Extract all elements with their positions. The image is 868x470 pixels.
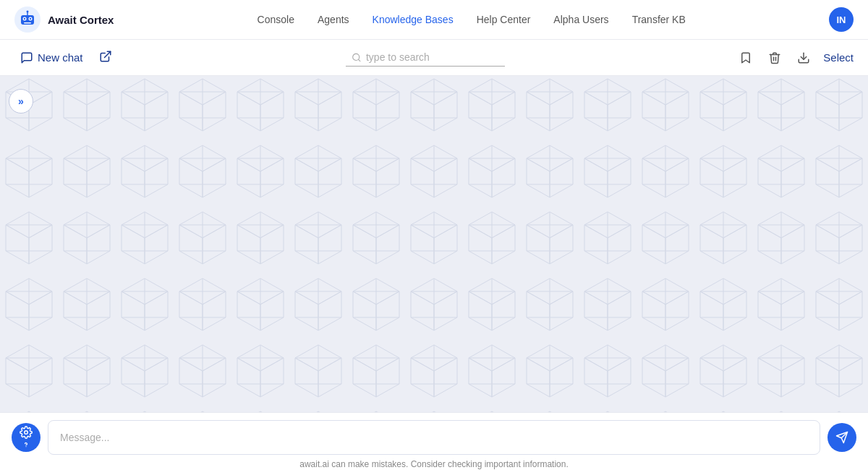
svg-rect-8 xyxy=(24,22,31,24)
pattern-background xyxy=(0,76,868,412)
search-input[interactable] xyxy=(366,51,499,63)
send-icon xyxy=(835,431,848,444)
new-chat-label: New chat xyxy=(38,51,83,64)
new-chat-button[interactable]: New chat xyxy=(14,47,89,69)
chevron-right-icon: » xyxy=(18,95,24,107)
select-button[interactable]: Select xyxy=(823,51,854,64)
delete-button[interactable] xyxy=(765,48,784,67)
header: Await Cortex Console Agents Knowledge Ba… xyxy=(0,0,868,40)
svg-point-20 xyxy=(25,431,28,435)
main-nav: Console Agents Knowledge Bases Help Cent… xyxy=(258,14,686,25)
svg-line-9 xyxy=(104,51,110,57)
toolbar-actions: Select xyxy=(736,48,854,67)
svg-point-4 xyxy=(24,18,25,20)
send-button[interactable] xyxy=(827,423,856,452)
chat-icon xyxy=(20,51,33,64)
search-container xyxy=(122,48,730,67)
question-icon xyxy=(22,440,30,449)
bottom-area: await.ai can make mistakes. Consider che… xyxy=(0,412,868,470)
main-content-area: » xyxy=(0,76,868,412)
expand-sidebar-button[interactable]: » xyxy=(9,89,33,114)
bookmark-icon xyxy=(739,51,752,64)
logo-icon xyxy=(14,7,41,33)
disclaimer-text: await.ai can make mistakes. Consider che… xyxy=(12,459,856,469)
nav-agents[interactable]: Agents xyxy=(318,14,349,25)
gear-icon xyxy=(20,426,33,439)
svg-rect-19 xyxy=(0,76,868,412)
nav-console[interactable]: Console xyxy=(258,14,294,25)
logo-area: Await Cortex xyxy=(14,7,114,33)
message-input[interactable] xyxy=(48,420,820,455)
svg-point-5 xyxy=(30,18,31,20)
help-gear-button[interactable] xyxy=(12,423,41,452)
nav-transfer-kb[interactable]: Transfer KB xyxy=(632,14,686,25)
message-input-row xyxy=(12,420,856,455)
search-box xyxy=(346,48,505,67)
toolbar: New chat xyxy=(0,40,868,76)
user-avatar[interactable]: IN xyxy=(829,7,854,32)
svg-line-11 xyxy=(359,59,360,61)
export-icon xyxy=(99,50,112,63)
download-icon xyxy=(797,51,810,64)
nav-help-center[interactable]: Help Center xyxy=(477,14,531,25)
app-name: Await Cortex xyxy=(48,14,114,26)
geometric-pattern xyxy=(0,76,868,412)
export-icon-button[interactable] xyxy=(96,47,115,69)
bookmark-button[interactable] xyxy=(736,48,755,67)
nav-alpha-users[interactable]: Alpha Users xyxy=(553,14,608,25)
nav-knowledge-bases[interactable]: Knowledge Bases xyxy=(373,14,454,25)
download-button[interactable] xyxy=(794,48,813,67)
svg-point-7 xyxy=(27,11,29,13)
search-icon xyxy=(352,52,362,63)
trash-icon xyxy=(768,51,781,64)
